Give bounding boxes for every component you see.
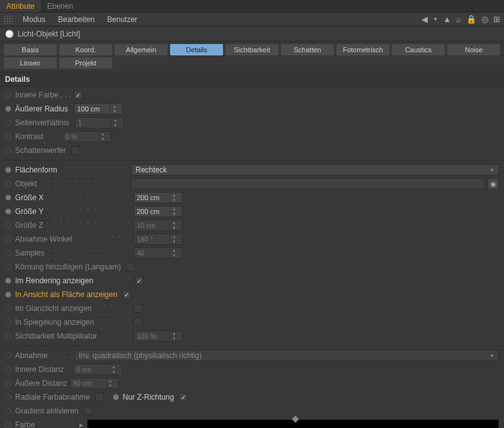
dropdown-flachenform[interactable]: Rechteck▼ — [131, 164, 499, 176]
subtab-basis[interactable]: Basis — [4, 44, 57, 55]
gradient-bar[interactable] — [87, 419, 499, 428]
anim-bullet[interactable] — [5, 181, 11, 187]
object-header: Licht-Objekt [Licht] — [0, 26, 504, 42]
row-schattenwerfer: Schattenwerfer — [0, 144, 504, 157]
row-seitenverhaltnis: Seitenverhältnis ▲▼ — [0, 116, 504, 130]
input-seitenverhaltnis — [76, 119, 111, 127]
anim-bullet[interactable] — [5, 291, 11, 298]
input-grosse-z — [134, 222, 169, 229]
new-icon[interactable]: ⊞ — [493, 14, 500, 24]
toolbar-icons: ◀ ▼ ▲ ⌕ 🔒 ◎ ⊞ — [421, 14, 500, 24]
menubar: Modus Bearbeiten Benutzer ◀ ▼ ▲ ⌕ 🔒 ◎ ⊞ — [0, 13, 504, 26]
menu-benutzer[interactable]: Benutzer — [101, 15, 144, 24]
field-innere-distanz: ▲▼ — [73, 364, 122, 375]
menu-bearbeiten[interactable]: Bearbeiten — [52, 15, 101, 24]
anim-bullet[interactable] — [5, 408, 11, 414]
spinner-icon: ▲▼ — [169, 248, 178, 258]
anim-bullet[interactable] — [5, 352, 11, 359]
row-im-glanzlicht: Im Glanzlicht anzeigen . . . . . . . — [0, 301, 504, 315]
section-details-header: Details — [0, 72, 504, 87]
anim-bullet[interactable] — [5, 250, 11, 256]
input-grosse-y[interactable] — [134, 208, 169, 215]
subtab-sichtbarkeit[interactable]: Sichtbarkeit — [226, 44, 278, 55]
spinner-icon: ▲▼ — [109, 364, 118, 374]
anim-bullet[interactable] — [5, 236, 11, 242]
subtab-koord[interactable]: Koord. — [59, 44, 112, 55]
spinner-icon[interactable]: ▲▼ — [169, 206, 178, 217]
checkbox-nur-z[interactable]: ✓ — [179, 393, 188, 402]
anim-bullet[interactable] — [113, 394, 119, 400]
anim-bullet[interactable] — [5, 278, 11, 284]
picker-icon[interactable]: ◉ — [488, 178, 499, 189]
subtab-details[interactable]: Details — [170, 44, 223, 55]
subtab-allgemein[interactable]: Allgemein — [115, 44, 168, 55]
checkbox-innere-farbe[interactable]: ✓ — [74, 91, 83, 99]
anim-bullet[interactable] — [5, 167, 11, 173]
lock-icon[interactable]: 🔒 — [466, 14, 476, 24]
anim-bullet[interactable] — [5, 208, 11, 215]
anim-bullet[interactable] — [5, 92, 11, 98]
target-icon[interactable]: ◎ — [481, 14, 488, 24]
anim-bullet[interactable] — [5, 319, 11, 325]
input-ausserer-radius[interactable] — [74, 105, 110, 113]
dropdown-abnahme: Inv. quadratisch (physikalisch richtig)▼ — [74, 350, 499, 361]
label-abnahme-winkel: Abnahme Winkel — [15, 235, 78, 244]
anim-bullet[interactable] — [5, 380, 11, 386]
grip-icon — [4, 15, 13, 24]
label-objekt: Objekt — [15, 179, 40, 188]
checkbox-in-ansicht[interactable]: ✓ — [122, 290, 131, 299]
label-samples: Samples — [15, 249, 48, 257]
subtab-linsen[interactable]: Linsen — [4, 57, 57, 69]
row-innere-distanz: Innere Distanz ▲▼ — [0, 363, 504, 376]
dropdown-caret-icon[interactable]: ▼ — [433, 16, 438, 22]
field-grosse-x[interactable]: ▲▼ — [134, 192, 183, 203]
field-grosse-y[interactable]: ▲▼ — [134, 206, 183, 217]
spinner-icon: ▲▼ — [111, 118, 120, 128]
tab-attribute[interactable]: Attribute — [0, 0, 41, 12]
subtab-schatten[interactable]: Schatten — [281, 44, 334, 55]
spinner-icon[interactable]: ▲▼ — [169, 193, 178, 203]
field-ausserer-radius[interactable]: ▲▼ — [74, 103, 123, 115]
field-abnahme-winkel: ▲▼ — [134, 234, 183, 245]
search-icon[interactable]: ⌕ — [456, 14, 461, 24]
back-icon[interactable]: ◀ — [421, 14, 428, 24]
spinner-icon[interactable]: ▲▼ — [110, 104, 118, 114]
anim-bullet[interactable] — [5, 422, 11, 428]
anim-bullet[interactable] — [5, 333, 11, 339]
anim-bullet[interactable] — [5, 133, 11, 140]
label-kornung: Körnung hinzufügen (Langsam) — [15, 262, 121, 271]
anim-bullet[interactable] — [5, 222, 11, 228]
anim-bullet[interactable] — [5, 194, 11, 201]
row-grosse-z: Größe Z . . . . . . . . . . . . . . . . … — [0, 218, 504, 232]
label-im-glanzlicht: Im Glanzlicht anzeigen — [15, 304, 97, 313]
tab-ebenen[interactable]: Ebenen — [41, 0, 79, 12]
subtab-noise[interactable]: Noise — [447, 44, 500, 55]
up-icon[interactable]: ▲ — [443, 14, 451, 24]
row-ausserer-radius: Äußerer Radius ▲▼ — [0, 102, 504, 116]
subtab-fotometrisch[interactable]: Fotometrisch — [336, 44, 389, 55]
input-abnahme-winkel — [134, 235, 169, 243]
field-objekt[interactable] — [131, 178, 485, 189]
spinner-icon: ▲▼ — [169, 331, 178, 341]
anim-bullet[interactable] — [5, 147, 11, 154]
menu-modus[interactable]: Modus — [16, 15, 52, 24]
anim-bullet[interactable] — [5, 264, 11, 270]
anim-bullet[interactable] — [5, 106, 11, 112]
row-kornung: Körnung hinzufügen (Langsam) — [0, 260, 504, 274]
checkbox-im-rendering[interactable]: ✓ — [135, 276, 144, 285]
subtab-caustics[interactable]: Caustics — [392, 44, 445, 55]
anim-bullet[interactable] — [5, 394, 11, 400]
anim-bullet[interactable] — [5, 305, 11, 312]
row-sicht-mult: Sichtbarkeit Multiplikator . . . . ▲▼ — [0, 329, 504, 343]
spinner-icon: ▲▼ — [106, 378, 115, 388]
field-grosse-z: ▲▼ — [134, 220, 183, 231]
input-sicht-mult — [134, 332, 169, 340]
anim-bullet[interactable] — [5, 366, 11, 373]
checkbox-kornung — [126, 262, 135, 271]
expand-icon[interactable]: ▸ — [79, 420, 83, 428]
input-grosse-x[interactable] — [134, 194, 169, 201]
label-sicht-mult: Sichtbarkeit Multiplikator — [15, 332, 108, 341]
anim-bullet[interactable] — [5, 120, 11, 126]
dropdown-flachenform-value: Rechteck — [135, 166, 167, 174]
subtab-projekt[interactable]: Projekt — [59, 57, 112, 69]
